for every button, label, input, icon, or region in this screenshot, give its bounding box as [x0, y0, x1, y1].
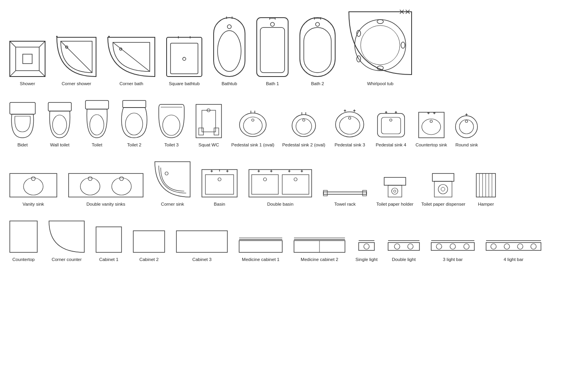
pedestal-sink4-label: Pedestal sink 4: [376, 142, 406, 148]
svg-point-67: [252, 119, 254, 121]
svg-point-68: [292, 115, 316, 137]
item-bath1: Bath 1: [255, 16, 290, 87]
svg-line-6: [39, 71, 45, 77]
item-pedestal-sink4: Pedestal sink 4: [374, 106, 408, 148]
svg-point-53: [90, 115, 104, 135]
toilet-paper-dispenser-label: Toilet paper dispenser: [421, 201, 466, 207]
svg-point-69: [296, 119, 312, 134]
svg-rect-50: [48, 102, 71, 111]
wall-toilet-label: Wall toilet: [50, 142, 69, 148]
svg-point-167: [464, 244, 469, 249]
item-double-light: Double light: [386, 239, 421, 263]
svg-rect-26: [260, 27, 285, 73]
item-single-light: Single light: [355, 239, 378, 263]
item-cabinet2: Cabinet 2: [131, 229, 167, 263]
svg-rect-150: [239, 241, 282, 252]
svg-point-79: [348, 117, 351, 119]
toilet-paper-holder-label: Toilet paper holder: [376, 201, 414, 207]
double-vanity-label: Double vanity sinks: [86, 201, 125, 207]
svg-rect-129: [323, 192, 367, 194]
squat-wc-label: Squat WC: [198, 142, 219, 148]
vanity-sink-label: Vanity sink: [23, 201, 44, 207]
svg-rect-62: [214, 128, 219, 135]
item-bidet: Bidet: [8, 100, 37, 148]
single-light-label: Single light: [356, 257, 377, 263]
hamper-label: Hamper: [478, 201, 494, 207]
item-bathtub: Bathtub: [212, 16, 247, 87]
svg-point-98: [465, 120, 468, 122]
svg-point-24: [227, 25, 231, 29]
svg-point-139: [441, 187, 445, 191]
svg-line-3: [10, 41, 16, 47]
round-sink-label: Round sink: [456, 142, 478, 148]
item-toilet: Toilet: [82, 99, 112, 148]
svg-point-165: [436, 244, 442, 249]
svg-rect-49: [10, 102, 35, 114]
svg-point-106: [120, 177, 123, 181]
svg-point-64: [243, 117, 262, 134]
corner-sink-label: Corner sink: [161, 201, 184, 207]
svg-point-17: [183, 57, 186, 60]
svg-point-30: [270, 22, 274, 26]
svg-point-158: [364, 244, 369, 249]
svg-rect-20: [214, 18, 245, 77]
svg-point-95: [459, 120, 474, 134]
svg-point-21: [218, 31, 241, 71]
item-whirlpool: Whirlpool tub: [345, 8, 416, 87]
item-corner-shower: Corner shower: [55, 35, 98, 87]
section-bathing: Shower Corner shower Corner bath: [8, 8, 580, 87]
bath1-label: Bath 1: [266, 81, 279, 87]
svg-line-5: [10, 71, 16, 77]
item-corner-bath: Corner bath: [106, 35, 157, 87]
three-light-label: 3 light bar: [443, 257, 463, 263]
svg-point-51: [53, 115, 67, 135]
svg-rect-148: [133, 231, 165, 252]
item-squat-wc: Squat WC: [194, 102, 223, 148]
svg-point-73: [336, 112, 364, 137]
svg-rect-54: [123, 100, 146, 108]
svg-point-55: [125, 113, 143, 135]
svg-rect-147: [96, 227, 122, 252]
svg-rect-81: [381, 117, 401, 134]
svg-rect-116: [249, 170, 312, 197]
svg-rect-137: [434, 181, 452, 197]
svg-rect-149: [176, 231, 227, 252]
item-square-bathtub: Square bathtub: [165, 35, 204, 87]
item-corner-counter: Corner counter: [47, 219, 86, 263]
cabinet2-label: Cabinet 2: [139, 257, 158, 263]
double-basin-label: Double basin: [267, 201, 293, 207]
toilet-label: Toilet: [92, 142, 102, 148]
svg-rect-160: [388, 243, 419, 250]
pedestal-sink2-label: Pedestal sink 2 (oval): [282, 142, 325, 148]
svg-point-134: [392, 188, 398, 194]
svg-rect-52: [85, 100, 109, 109]
cabinet3-label: Cabinet 3: [192, 257, 211, 263]
basin-label: Basin: [214, 201, 225, 207]
countertop-sink-label: Countertop sink: [416, 142, 447, 148]
svg-point-161: [394, 244, 400, 249]
item-corner-sink: Corner sink: [153, 160, 192, 207]
svg-point-115: [218, 178, 221, 181]
corner-bath-label: Corner bath: [120, 81, 143, 87]
bath2-label: Bath 2: [311, 81, 324, 87]
toilet3-label: Toilet 3: [164, 142, 178, 148]
item-toilet-paper-holder: Toilet paper holder: [376, 175, 414, 207]
item-toilet2: Toilet 2: [120, 99, 149, 148]
svg-point-38: [361, 26, 400, 65]
item-round-sink: Round sink: [455, 110, 478, 148]
item-medicine-cabinet2: Medicine cabinet 2: [292, 235, 347, 263]
svg-rect-133: [388, 185, 402, 197]
svg-point-40: [401, 42, 405, 48]
svg-point-93: [430, 120, 432, 122]
section-toilets-sinks: Bidet Wall toilet Toilet Toilet 2: [8, 99, 580, 148]
svg-rect-102: [69, 173, 143, 197]
item-bath2: Bath 2: [298, 16, 337, 87]
svg-point-36: [316, 22, 319, 26]
svg-rect-2: [23, 54, 32, 64]
svg-point-162: [408, 244, 413, 249]
medicine-cabinet1-label: Medicine cabinet 1: [242, 257, 279, 263]
item-vanity-sink: Vanity sink: [8, 172, 59, 207]
item-cabinet3: Cabinet 3: [174, 229, 229, 263]
item-double-vanity: Double vanity sinks: [67, 172, 145, 207]
item-double-basin: Double basin: [247, 168, 314, 207]
